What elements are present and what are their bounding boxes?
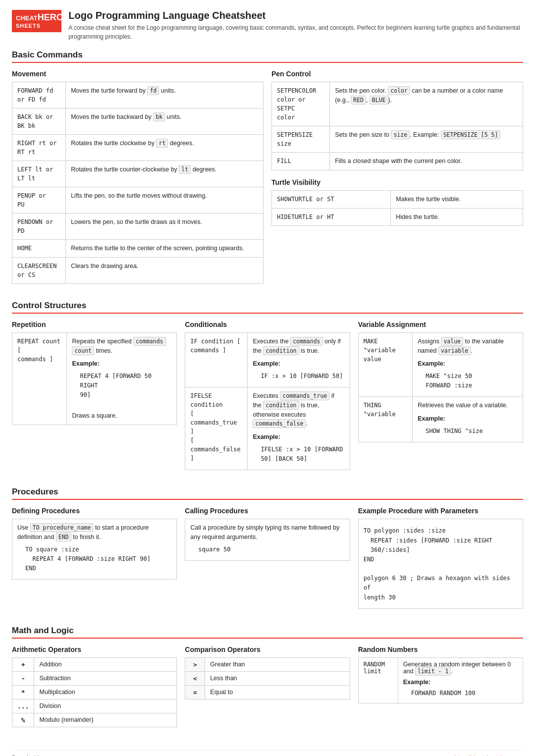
desc-make: Assigns value to the variable named vari… — [413, 332, 523, 397]
code-end: END — [56, 533, 71, 541]
calling-example-code: square 50 — [198, 545, 344, 554]
op-divide: ... — [12, 699, 34, 713]
calling-procedures-title: Calling Procedures — [185, 507, 350, 515]
header-text: Logo Programming Language Cheatsheet A c… — [68, 10, 523, 41]
thing-example-code: SHOW THING "size — [426, 427, 518, 436]
page-footer: Page 1 of 1 https://cheatsheetshero.com — [12, 750, 523, 756]
code-color: color — [388, 86, 410, 95]
math-logic-grid: Arithmetic Operators + Addition - Subtra… — [12, 646, 523, 735]
code-condition-ifelse: condition — [263, 401, 299, 410]
cmd-fill: FILL — [272, 153, 330, 170]
repeat-example-label: Example: — [72, 359, 171, 369]
example-procedure-title: Example Procedure with Parameters — [358, 507, 523, 515]
table-row: TO polygon :sides :size REPEAT :sides [F… — [358, 519, 523, 609]
desc-plus: Addition — [34, 657, 177, 671]
table-row: PENUP orPU Lifts the pen, so the turtle … — [12, 187, 264, 214]
desc-back: Moves the turtle backward by bk units. — [66, 108, 264, 135]
example-procedure-code: TO polygon :sides :size REPEAT :sides [F… — [364, 526, 518, 602]
example-procedure-subsection: Example Procedure with Parameters TO pol… — [358, 507, 523, 609]
cmd-right: RIGHT rt orRT rt — [12, 135, 66, 161]
thing-example-label: Example: — [418, 414, 518, 424]
cmd-forward: FORWARD fdor FD fd — [12, 82, 66, 108]
defining-procedures-table: Use TO procedure_name to start a procedu… — [12, 519, 177, 580]
cmd-thing: THING"variable — [358, 397, 413, 442]
defining-example-code: TO square :size REPEAT 4 [FORWARD :size … — [25, 545, 171, 574]
arithmetic-title: Arithmetic Operators — [12, 646, 177, 653]
code-commands-if: commands — [290, 337, 322, 346]
pen-turtle-wrap: Pen Control SETPENCOLORcolor or SETPCcol… — [271, 70, 523, 292]
table-row: < Less than — [185, 671, 350, 685]
turtle-visibility-title: Turtle Visibility — [271, 178, 523, 186]
page-description: A concise cheat sheet for the Logo progr… — [68, 23, 523, 41]
page-title: Logo Programming Language Cheatsheet — [68, 10, 523, 21]
code-variable: variable — [438, 346, 471, 355]
desc-thing: Retrieves the value of a variable. Examp… — [413, 397, 523, 442]
table-row: CLEARSCREENor CS Clears the drawing area… — [12, 257, 264, 283]
table-row: FORWARD fdor FD fd Moves the turtle forw… — [12, 82, 264, 108]
movement-subsection: Movement FORWARD fdor FD fd Moves the tu… — [12, 70, 264, 284]
arithmetic-subsection: Arithmetic Operators + Addition - Subtra… — [12, 646, 177, 727]
table-row: RANDOMlimit Generates a random integer b… — [358, 657, 523, 703]
code-blue: BLUE — [370, 96, 388, 105]
desc-multiply: Multiplication — [34, 685, 177, 699]
code-setpensize-example: SETPENSIZE [5 5] — [441, 130, 501, 139]
procedures-section-title: Procedures — [12, 487, 523, 500]
op-modulo: % — [12, 713, 34, 727]
random-numbers-title: Random Numbers — [358, 646, 523, 653]
op-multiply: * — [12, 685, 34, 699]
table-row: PENDOWN orPD Lowers the pen, so the turt… — [12, 214, 264, 240]
arithmetic-table: + Addition - Subtraction * Multiplicatio… — [12, 657, 177, 727]
if-example-label: Example: — [253, 359, 344, 369]
table-row: RIGHT rt orRT rt Rotates the turtle cloc… — [12, 135, 264, 161]
desc-clearscreen: Clears the drawing area. — [66, 257, 264, 283]
table-row: THING"variable Retrieves the value of a … — [358, 397, 523, 442]
conditionals-table: IF condition [commands ] Executes the co… — [185, 332, 350, 471]
desc-lt: Less than — [205, 671, 350, 685]
op-eq: = — [185, 685, 205, 699]
cmd-home: HOME — [12, 240, 66, 258]
repetition-subsection: Repetition REPEAT count [commands ] Repe… — [12, 321, 177, 471]
desc-hideturtle: Hides the turtle. — [391, 208, 523, 226]
desc-ifelse: Executes commands_true if the condition … — [248, 387, 350, 470]
variable-assignment-subsection: Variable Assignment MAKE "variablevalue … — [358, 321, 523, 471]
make-example-code: MAKE "size 50FORWARD :size — [426, 372, 518, 390]
desc-forward: Moves the turtle forward by fd units. — [66, 82, 264, 108]
cmd-setpensize: SETPENSIZEsize — [272, 126, 330, 153]
procedures-grid: Defining Procedures Use TO procedure_nam… — [12, 507, 523, 617]
code-to: TO procedure_name — [30, 523, 94, 532]
code-count: count — [72, 346, 94, 355]
table-row: SETPENSIZEsize Sets the pen size to size… — [272, 126, 523, 153]
desc-gt: Greater than — [205, 657, 350, 671]
code-condition-if: condition — [263, 346, 299, 355]
math-logic-section-title: Math and Logic — [12, 626, 523, 639]
random-numbers-subsection: Random Numbers RANDOMlimit Generates a r… — [358, 646, 523, 727]
comparison-title: Comparison Operators — [185, 646, 350, 653]
table-row: FILL Fills a closed shape with the curre… — [272, 153, 523, 170]
cmd-penup: PENUP orPU — [12, 187, 66, 214]
table-row: MAKE "variablevalue Assigns value to the… — [358, 332, 523, 397]
op-gt: > — [185, 657, 205, 671]
ifelse-example-label: Example: — [253, 432, 344, 442]
code-bk: bk — [153, 112, 165, 121]
cmd-ifelse: IFELSE condition[ commands_true ][ comma… — [185, 387, 248, 470]
table-row: SETPENCOLORcolor or SETPCcolor Sets the … — [272, 82, 523, 126]
page-header: CHEATHERO SHEETS Logo Programming Langua… — [12, 10, 523, 41]
table-row: - Subtraction — [12, 671, 177, 685]
code-commands: commands — [133, 337, 165, 346]
defining-procedures-subsection: Defining Procedures Use TO procedure_nam… — [12, 507, 177, 609]
code-commands-true: commands_true — [280, 391, 329, 400]
conditionals-title: Conditionals — [185, 321, 350, 328]
basic-commands-grid: Movement FORWARD fdor FD fd Moves the tu… — [12, 70, 523, 292]
cmd-make: MAKE "variablevalue — [358, 332, 413, 397]
desc-setpencolor: Sets the pen color. color can be a numbe… — [330, 82, 523, 126]
table-row: ... Division — [12, 699, 177, 713]
comparison-subsection: Comparison Operators > Greater than < Le… — [185, 646, 350, 727]
table-row: % Modulo (remainder) — [12, 713, 177, 727]
desc-random: Generates a random integer between 0 and… — [398, 657, 523, 703]
repeat-note: Draws a square. — [72, 412, 117, 419]
calling-procedures-subsection: Calling Procedures Call a procedure by s… — [185, 507, 350, 609]
turtle-visibility-subsection: Turtle Visibility SHOWTURTLE or ST Makes… — [271, 178, 523, 226]
desc-calling: Call a procedure by simply typing its na… — [185, 519, 350, 561]
desc-left: Rotates the turtle counter-clockwise by … — [66, 161, 264, 187]
defining-procedures-title: Defining Procedures — [12, 507, 177, 515]
